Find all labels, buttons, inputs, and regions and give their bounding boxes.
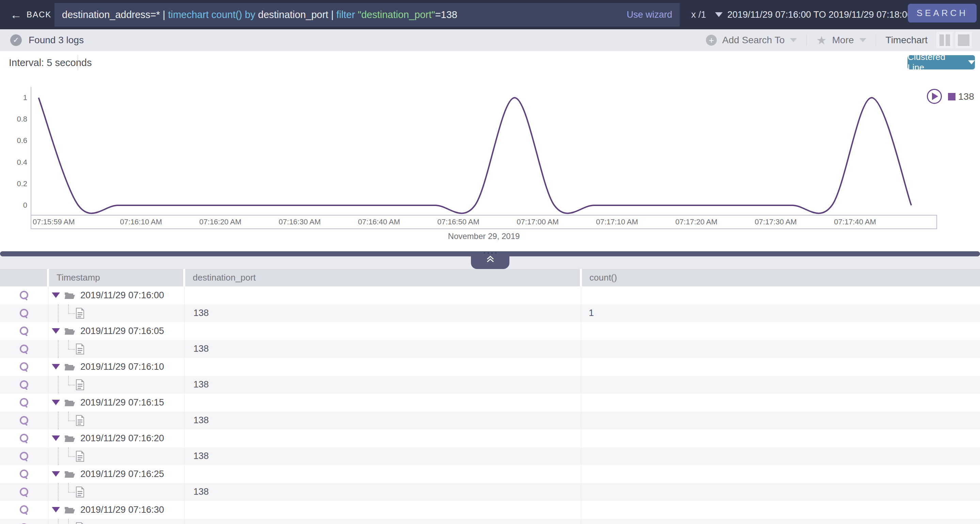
collapse-triangle-icon[interactable] bbox=[52, 328, 60, 333]
plus-circle-icon: + bbox=[706, 35, 717, 46]
tree-line bbox=[58, 412, 59, 430]
x-tick-label: 07:16:20 AM bbox=[199, 218, 242, 226]
tree-elbow bbox=[68, 304, 75, 314]
chart-legend[interactable]: 138 bbox=[948, 91, 974, 102]
y-tick-label: 0.8 bbox=[17, 115, 27, 124]
x-tick-label: 07:17:20 AM bbox=[675, 218, 718, 226]
status-toolbar: ✓ Found 3 logs + Add Search To ★ More Ti… bbox=[0, 29, 980, 51]
collapse-triangle-icon[interactable] bbox=[52, 435, 60, 441]
inspect-log-icon[interactable] bbox=[20, 470, 29, 478]
table-row-group[interactable]: 2019/11/29 07:16:10 bbox=[0, 358, 980, 376]
inspect-log-icon[interactable] bbox=[20, 380, 29, 389]
back-label: BACK bbox=[27, 10, 51, 19]
double-chevron-up-icon bbox=[485, 255, 495, 263]
table-row-group[interactable]: 2019/11/29 07:16:30 bbox=[0, 501, 980, 519]
inspect-log-icon[interactable] bbox=[20, 416, 29, 425]
table-row-group[interactable]: 2019/11/29 07:16:05 bbox=[0, 322, 980, 340]
tree-line bbox=[58, 376, 59, 394]
collapse-panel-button[interactable] bbox=[471, 251, 509, 269]
timechart-panel: Interval: 5 seconds Clustered Line 10.80… bbox=[0, 51, 980, 251]
add-search-to-dropdown[interactable]: + Add Search To bbox=[696, 35, 807, 46]
inspect-log-icon[interactable] bbox=[20, 291, 29, 300]
status-toolbar-actions: + Add Search To ★ More Timechart bbox=[696, 29, 972, 51]
search-button[interactable]: SEARCH bbox=[908, 4, 977, 22]
folder-icon bbox=[64, 505, 76, 514]
table-row-log[interactable]: 138 bbox=[0, 340, 980, 358]
destination-port-value: 138 bbox=[193, 415, 209, 426]
y-tick-label: 0 bbox=[23, 201, 27, 210]
folder-icon bbox=[64, 327, 76, 335]
full-view-icon[interactable] bbox=[956, 32, 972, 48]
column-header-timestamp[interactable]: Timestamp bbox=[49, 269, 183, 286]
tree-elbow bbox=[68, 412, 75, 421]
table-row-log[interactable]: 138 bbox=[0, 376, 980, 394]
top-nav-bar: ← BACK destination_address=* | timechart… bbox=[0, 0, 980, 29]
table-body: 2019/11/29 07:16:00 138 1 bbox=[0, 286, 980, 524]
column-header-count[interactable]: count() bbox=[582, 269, 980, 286]
document-icon bbox=[76, 487, 84, 497]
collapse-triangle-icon[interactable] bbox=[52, 471, 60, 477]
drag-handle-dots-icon bbox=[484, 252, 496, 254]
table-row-log[interactable]: 138 bbox=[0, 448, 980, 465]
back-button[interactable]: ← BACK bbox=[10, 0, 51, 29]
y-tick-label: 0.6 bbox=[17, 136, 27, 145]
inspect-log-icon[interactable] bbox=[20, 434, 29, 443]
table-row-group[interactable]: 2019/11/29 07:16:25 bbox=[0, 465, 980, 483]
inspect-log-icon[interactable] bbox=[20, 398, 29, 407]
document-icon bbox=[76, 308, 84, 319]
table-row-group[interactable]: 2019/11/29 07:16:20 bbox=[0, 429, 980, 448]
count-value: 1 bbox=[589, 308, 594, 318]
pager-label: x /1 bbox=[691, 10, 706, 20]
tree-line bbox=[58, 304, 59, 322]
collapse-triangle-icon[interactable] bbox=[52, 364, 60, 369]
column-header-destination-port[interactable]: destination_port bbox=[185, 269, 580, 286]
chevron-down-icon bbox=[715, 12, 722, 17]
collapse-triangle-icon[interactable] bbox=[52, 507, 60, 513]
x-tick-label: 07:17:00 AM bbox=[517, 218, 559, 226]
tree-elbow bbox=[68, 340, 75, 350]
more-dropdown[interactable]: ★ More bbox=[807, 33, 875, 47]
inspect-log-icon[interactable] bbox=[20, 309, 29, 318]
x-axis-strip[interactable] bbox=[31, 215, 937, 229]
pager-dropdown[interactable]: x /1 bbox=[691, 0, 722, 29]
more-label: More bbox=[832, 35, 854, 46]
timestamp-value: 2019/11/29 07:16:10 bbox=[80, 362, 164, 372]
timestamp-value: 2019/11/29 07:16:05 bbox=[80, 326, 164, 337]
x-tick-label: 07:16:10 AM bbox=[120, 218, 162, 226]
destination-port-value: 138 bbox=[193, 487, 209, 497]
table-row-group[interactable]: 2019/11/29 07:16:00 bbox=[0, 286, 980, 304]
document-icon bbox=[76, 522, 84, 524]
document-icon bbox=[76, 415, 84, 426]
table-row-log[interactable]: 138 bbox=[0, 412, 980, 430]
results-table: Timestamp destination_port count() 2019/… bbox=[0, 269, 980, 524]
table-row-log[interactable]: 138 bbox=[0, 519, 980, 524]
time-range-dropdown[interactable]: 2019/11/29 07:16:00 TO 2019/11/29 07:18:… bbox=[727, 0, 930, 29]
table-row-group[interactable]: 2019/11/29 07:16:15 bbox=[0, 394, 980, 412]
inspect-log-icon[interactable] bbox=[20, 362, 29, 371]
split-view-icon[interactable] bbox=[936, 32, 953, 48]
use-wizard-link[interactable]: Use wizard bbox=[627, 10, 672, 20]
destination-port-value: 138 bbox=[193, 379, 209, 390]
collapse-triangle-icon[interactable] bbox=[52, 400, 60, 405]
inspect-log-icon[interactable] bbox=[20, 452, 29, 460]
collapse-triangle-icon[interactable] bbox=[52, 292, 60, 298]
check-circle-icon: ✓ bbox=[10, 34, 22, 46]
play-button[interactable] bbox=[927, 89, 942, 104]
found-logs-status: ✓ Found 3 logs bbox=[10, 29, 84, 51]
x-tick-label: 07:17:30 AM bbox=[754, 218, 797, 226]
destination-port-value: 138 bbox=[193, 451, 209, 461]
table-row-log[interactable]: 138 bbox=[0, 483, 980, 501]
time-range-label: 2019/11/29 07:16:00 TO 2019/11/29 07:18:… bbox=[727, 10, 912, 20]
search-query-input[interactable]: destination_address=* | timechart count(… bbox=[54, 3, 680, 27]
tree-line bbox=[58, 448, 59, 465]
x-tick-label: 07:16:40 AM bbox=[358, 218, 400, 226]
column-header-actions bbox=[0, 269, 47, 286]
table-row-log[interactable]: 138 1 bbox=[0, 304, 980, 322]
inspect-log-icon[interactable] bbox=[20, 327, 29, 335]
inspect-log-icon[interactable] bbox=[20, 345, 29, 353]
x-tick-label: 07:16:50 AM bbox=[437, 218, 479, 226]
document-icon bbox=[76, 451, 84, 462]
add-search-to-label: Add Search To bbox=[722, 35, 784, 46]
inspect-log-icon[interactable] bbox=[20, 505, 29, 514]
inspect-log-icon[interactable] bbox=[20, 487, 29, 496]
